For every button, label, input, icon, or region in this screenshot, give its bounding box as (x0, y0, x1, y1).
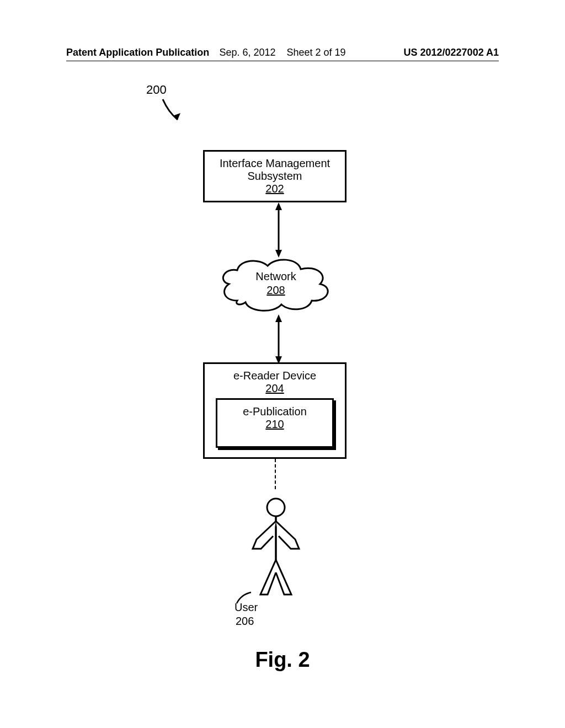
arrow-interface-network (273, 202, 284, 260)
epub-box: e-Publication 210 (216, 398, 334, 448)
header-row: Patent Application Publication Sep. 6, 2… (0, 47, 565, 58)
header-left: Patent Application Publication (66, 47, 209, 58)
user-ref: 206 (236, 615, 254, 628)
ereader-label: e-Reader Device (210, 370, 339, 382)
header-rule (66, 61, 499, 61)
ereader-ref: 204 (210, 382, 339, 395)
interface-line2: Subsystem (210, 170, 339, 183)
svg-marker-2 (275, 202, 282, 210)
header-sheet: Sheet 2 of 19 (287, 47, 346, 58)
header-center: Sep. 6, 2012 Sheet 2 of 19 (219, 47, 345, 58)
interface-line1: Interface Management (210, 157, 339, 170)
network-label: Network (212, 270, 339, 283)
svg-marker-0 (173, 113, 180, 120)
user-figure: User 206 (243, 496, 309, 603)
interface-box: Interface Management Subsystem 202 (203, 150, 347, 202)
network-cloud: Network 208 (212, 254, 339, 317)
header-right: US 2012/0227002 A1 (404, 47, 499, 58)
header-date: Sep. 6, 2012 (219, 47, 275, 58)
arrow-network-ereader (273, 314, 284, 366)
ereader-box: e-Reader Device 204 e-Publication 210 (203, 362, 347, 459)
svg-point-7 (267, 499, 285, 516)
interface-ref: 202 (210, 183, 339, 195)
network-ref: 208 (212, 284, 339, 297)
epub-ref: 210 (223, 418, 327, 431)
epub-label: e-Publication (223, 405, 327, 418)
ref-200-label: 200 (146, 83, 167, 97)
figure-caption: Fig. 2 (0, 648, 565, 672)
user-leadline (234, 591, 254, 607)
svg-marker-5 (275, 314, 282, 322)
dashed-connector (275, 459, 276, 489)
ref-200-arrow (160, 97, 190, 129)
